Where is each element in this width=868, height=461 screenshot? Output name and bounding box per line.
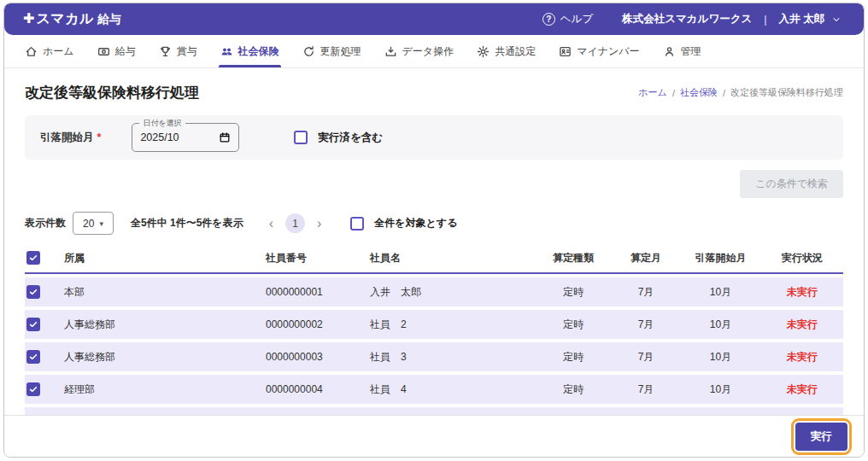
nav-item-home[interactable]: ホーム bbox=[25, 35, 74, 67]
filter-label: 引落開始月* bbox=[40, 131, 101, 145]
main-nav: ホーム 給与 賞与 社会保険 更新処理 データ操作 共通設定 マイナンバー bbox=[4, 35, 864, 68]
required-mark: * bbox=[97, 131, 102, 143]
check-icon bbox=[28, 319, 38, 330]
check-icon bbox=[28, 253, 38, 263]
header-emp-no: 社員番号 bbox=[264, 251, 368, 266]
breadcrumb-separator: / bbox=[723, 88, 725, 98]
header-status: 実行状況 bbox=[761, 251, 843, 266]
cell-emp-no: 0000000002 bbox=[264, 318, 368, 330]
nav-item-admin[interactable]: 管理 bbox=[663, 35, 701, 67]
header-dept: 所属 bbox=[62, 251, 264, 266]
table-row[interactable]: 経理部0000000004社員 4定時7月10月未実行 bbox=[25, 375, 843, 404]
table-row[interactable]: 人事総務部0000000002社員 2定時7月10月未実行 bbox=[25, 310, 843, 339]
header-checkbox[interactable] bbox=[26, 251, 40, 265]
cell-name: 社員 4 bbox=[368, 382, 535, 397]
nav-item-bonus[interactable]: 賞与 bbox=[159, 35, 197, 67]
row-checkbox[interactable] bbox=[26, 350, 40, 364]
page-size-select[interactable]: 20 ▾ bbox=[73, 212, 114, 235]
cell-emp-no: 0000000004 bbox=[264, 383, 368, 395]
action-footer: 実行 bbox=[4, 415, 864, 457]
cell-emp-no: 0000000001 bbox=[264, 286, 368, 298]
logo-plus-icon: ✚ bbox=[23, 10, 34, 26]
select-all-checkbox[interactable] bbox=[350, 217, 364, 230]
calendar-icon[interactable] bbox=[219, 131, 231, 143]
nav-item-settings[interactable]: 共通設定 bbox=[477, 35, 536, 67]
cell-calc-month: 7月 bbox=[612, 382, 680, 397]
check-icon bbox=[28, 287, 38, 297]
user-menu[interactable]: 入井 太郎 bbox=[779, 12, 842, 26]
nav-item-mynumber[interactable]: マイナンバー bbox=[559, 35, 639, 67]
table-row[interactable]: 本部0000000001入井 太郎定時7月10月未実行 bbox=[25, 277, 843, 306]
header-calc-type: 算定種類 bbox=[535, 251, 612, 266]
page-size-value: 20 bbox=[83, 218, 94, 230]
settings-icon bbox=[477, 45, 490, 58]
cell-calc-type: 定時 bbox=[535, 285, 612, 300]
page-number[interactable]: 1 bbox=[285, 213, 305, 233]
row-checkbox[interactable] bbox=[26, 382, 40, 396]
cell-dept: 人事総務部 bbox=[62, 318, 264, 332]
nav-item-social-insurance[interactable]: 社会保険 bbox=[220, 35, 279, 67]
cell-dept: 経理部 bbox=[62, 382, 264, 397]
company-name: 株式会社スマカルワークス bbox=[622, 12, 752, 26]
next-page-icon[interactable]: › bbox=[317, 217, 321, 230]
start-month-input[interactable]: 日付を選択 2025/10 bbox=[132, 123, 239, 152]
cell-start-month: 10月 bbox=[680, 318, 761, 332]
breadcrumb-separator: / bbox=[672, 88, 675, 98]
cell-status: 未実行 bbox=[761, 382, 843, 397]
select-all-label: 全件を対象とする bbox=[374, 216, 457, 230]
home-icon bbox=[25, 45, 38, 58]
nav-item-update[interactable]: 更新処理 bbox=[302, 35, 361, 67]
breadcrumb: ホーム / 社会保険 / 改定後等級保険料移行処理 bbox=[638, 86, 843, 99]
cell-calc-type: 定時 bbox=[535, 318, 612, 332]
help-link[interactable]: ? ヘルプ bbox=[542, 12, 593, 26]
user-name: 入井 太郎 bbox=[779, 12, 824, 26]
breadcrumb-section[interactable]: 社会保険 bbox=[680, 86, 718, 99]
cell-start-month: 10月 bbox=[680, 382, 761, 397]
nav-item-data-operation[interactable]: データ操作 bbox=[384, 35, 455, 67]
breadcrumb-current: 改定後等級保険料移行処理 bbox=[730, 86, 843, 99]
row-checkbox[interactable] bbox=[26, 285, 40, 299]
social-insurance-icon bbox=[220, 45, 233, 58]
filter-panel: 引落開始月* 日付を選択 2025/10 実行済を含む bbox=[25, 115, 843, 160]
cell-calc-month: 7月 bbox=[612, 318, 680, 332]
check-icon bbox=[28, 384, 38, 394]
header-start-month: 引落開始月 bbox=[680, 251, 761, 266]
caret-down-icon: ▾ bbox=[99, 219, 103, 228]
app-logo[interactable]: ✚ スマカル 給与 bbox=[23, 10, 121, 28]
table-header-row: 所属 社員番号 社員名 算定種類 算定月 引落開始月 実行状況 bbox=[25, 243, 843, 274]
date-value: 2025/10 bbox=[140, 131, 179, 143]
row-checkbox[interactable] bbox=[26, 318, 40, 331]
header-separator: | bbox=[764, 14, 766, 26]
cell-calc-type: 定時 bbox=[535, 382, 612, 397]
nav-item-payroll[interactable]: 給与 bbox=[97, 35, 136, 67]
mynumber-icon bbox=[559, 45, 572, 58]
data-operation-icon bbox=[384, 45, 397, 58]
table-row[interactable]: 人事総務部0000000003社員 3定時7月10月未実行 bbox=[25, 342, 843, 371]
prev-page-icon[interactable]: ‹ bbox=[269, 217, 273, 230]
cell-status: 未実行 bbox=[761, 350, 843, 365]
help-icon: ? bbox=[542, 13, 555, 26]
page-title: 改定後等級保険料移行処理 bbox=[25, 83, 199, 102]
include-executed-label: 実行済を含む bbox=[318, 131, 383, 145]
cell-dept: 人事総務部 bbox=[62, 350, 264, 365]
cell-name: 入井 太郎 bbox=[368, 285, 535, 300]
bonus-icon bbox=[159, 45, 172, 58]
check-icon bbox=[28, 352, 38, 362]
breadcrumb-home[interactable]: ホーム bbox=[638, 86, 667, 99]
payroll-icon bbox=[97, 45, 110, 58]
help-label: ヘルプ bbox=[560, 12, 593, 26]
include-executed-checkbox[interactable] bbox=[294, 131, 308, 144]
cell-name: 社員 2 bbox=[368, 318, 535, 332]
app-window: ✚ スマカル 給与 ? ヘルプ 株式会社スマカルワークス | 入井 太郎 ホーム bbox=[3, 3, 865, 458]
header-calc-month: 算定月 bbox=[612, 251, 680, 266]
refresh-icon bbox=[302, 45, 315, 58]
page-size-label: 表示件数 bbox=[25, 216, 66, 230]
cell-status: 未実行 bbox=[761, 318, 843, 332]
cell-dept: 本部 bbox=[62, 285, 264, 300]
cell-calc-month: 7月 bbox=[612, 350, 680, 365]
top-bar: ✚ スマカル 給与 ? ヘルプ 株式会社スマカルワークス | 入井 太郎 bbox=[4, 3, 864, 35]
execute-button[interactable]: 実行 bbox=[795, 423, 847, 451]
range-text: 全5件中 1件〜5件を表示 bbox=[131, 216, 243, 230]
cell-calc-type: 定時 bbox=[535, 350, 612, 365]
search-button[interactable]: この条件で検索 bbox=[740, 170, 843, 198]
